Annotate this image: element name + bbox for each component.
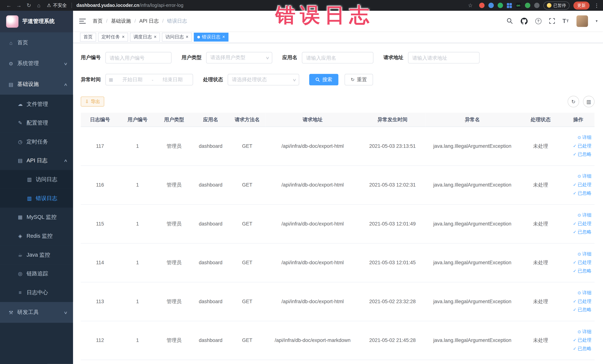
mark-processed-link[interactable]: ✓已处理 <box>573 143 591 149</box>
extension-leaf-icon[interactable] <box>525 3 530 8</box>
mark-processed-link[interactable]: ✓已处理 <box>573 221 591 227</box>
tab-home[interactable]: 首页 <box>80 33 96 41</box>
paused-pill[interactable]: 已暂停 <box>543 1 569 10</box>
browser-menu-icon[interactable]: ⋮ <box>594 2 599 8</box>
filter-label: 应用名 <box>282 54 297 61</box>
user-id-input[interactable] <box>105 52 172 63</box>
extension-paw-icon[interactable] <box>534 3 540 8</box>
github-icon[interactable] <box>521 17 527 24</box>
mark-ignored-link[interactable]: ✓已忽略 <box>573 268 591 274</box>
cell-operations: ⊙详细 ✓已处理 ✓已忽略 <box>562 282 595 321</box>
sidebar-item-api-log[interactable]: ▤ API 日志 ∧ <box>0 151 73 170</box>
sidebar-item-log-center[interactable]: ≡ 日志中心 <box>0 283 73 302</box>
address-bar[interactable]: ⚠ 不安全 dashboard.yudao.iocoder.cn/infra/l… <box>47 2 465 9</box>
tab-error-log[interactable]: 错误日志 × <box>194 33 229 41</box>
detail-link[interactable]: ⊙详细 <box>578 134 591 141</box>
end-date-placeholder: 结束日期 <box>156 76 190 83</box>
app-logo[interactable]: 芋道管理系统 <box>0 11 73 32</box>
reload-icon[interactable]: ↻ <box>24 2 34 8</box>
process-status-select[interactable]: 请选择处理状态 ∨ <box>228 74 299 85</box>
sidebar-item-home[interactable]: ⌂ 首页 <box>0 32 73 53</box>
app-name-input[interactable] <box>302 52 373 63</box>
sidebar-item-infra[interactable]: ▤ 基础设施 ∧ <box>0 74 73 94</box>
security-indicator[interactable]: ⚠ 不安全 <box>47 2 67 9</box>
cell-user-id: 1 <box>119 165 156 204</box>
user-type-select[interactable]: 请选择用户类型 ∨ <box>206 52 272 63</box>
mark-ignored-link[interactable]: ✓已忽略 <box>573 345 591 352</box>
sidebar-item-redis-monitor[interactable]: ◈ Redis 监控 <box>0 227 73 246</box>
close-icon[interactable]: × <box>122 35 125 39</box>
breadcrumb-home[interactable]: 首页 <box>93 17 103 24</box>
mark-processed-link[interactable]: ✓已处理 <box>573 182 591 188</box>
date-range-picker[interactable]: ▦ 开始日期 - 结束日期 <box>105 74 193 85</box>
breadcrumb-infra[interactable]: 基础设施 <box>111 17 131 24</box>
help-icon[interactable]: ? <box>535 18 541 24</box>
extension-grid-icon[interactable] <box>507 3 512 8</box>
cell-app-name: dashboard <box>192 321 229 360</box>
close-icon[interactable]: × <box>222 35 225 39</box>
refresh-button[interactable]: ↻ <box>568 96 579 107</box>
back-icon[interactable]: ← <box>4 2 14 8</box>
detail-link[interactable]: ⊙详细 <box>578 251 591 257</box>
sidebar-item-link-tracing[interactable]: ◎ 链路追踪 <box>0 264 73 283</box>
sidebar-item-system[interactable]: ⚙ 系统管理 ∨ <box>0 53 73 74</box>
tab-scheduled-jobs[interactable]: 定时任务 × <box>98 33 128 41</box>
reset-button[interactable]: ↻ 重置 <box>345 74 373 85</box>
search-button[interactable]: 搜索 <box>309 74 338 85</box>
check-icon: ✓ <box>573 269 577 273</box>
breadcrumb-api-log[interactable]: API 日志 <box>139 17 159 24</box>
mark-ignored-link[interactable]: ✓已忽略 <box>573 190 591 197</box>
sidebar-item-label: MySQL 监控 <box>26 214 57 221</box>
page-url[interactable]: dashboard.yudao.iocoder.cn/infra/log/api… <box>76 3 183 8</box>
sidebar-item-label: 访问日志 <box>36 176 57 183</box>
column-settings-button[interactable]: ▥ <box>583 96 594 107</box>
cell-url: /api/infra/db-doc/export-html <box>266 127 360 165</box>
sidebar-item-label: API 日志 <box>26 157 47 164</box>
sidebar-item-java-monitor[interactable]: ☕ Java 监控 <box>0 246 73 264</box>
detail-link[interactable]: ⊙详细 <box>578 212 591 218</box>
detail-link[interactable]: ⊙详细 <box>578 290 591 296</box>
search-icon[interactable] <box>506 18 513 24</box>
bookmark-star-icon[interactable]: ☆ <box>465 2 475 8</box>
export-button[interactable]: ⇩ 导出 <box>81 97 104 107</box>
detail-link[interactable]: ⊙详细 <box>578 173 591 180</box>
tab-access-log[interactable]: 访问日志 × <box>162 33 192 41</box>
hamburger-icon[interactable] <box>79 18 86 24</box>
mark-ignored-link[interactable]: ✓已忽略 <box>573 229 591 235</box>
font-size-icon[interactable]: TT <box>563 18 569 24</box>
cell-status: 未处理 <box>519 282 562 321</box>
cell-status: 未处理 <box>519 321 562 360</box>
update-browser-button[interactable]: 更新 <box>573 1 590 10</box>
extension-icon[interactable] <box>488 3 494 8</box>
close-icon[interactable]: × <box>186 35 188 39</box>
mark-ignored-link[interactable]: ✓已忽略 <box>573 306 591 313</box>
forward-icon[interactable]: → <box>14 2 24 8</box>
filter-process-status: 处理状态 请选择处理状态 ∨ <box>203 74 299 85</box>
mark-ignored-link[interactable]: ✓已忽略 <box>573 151 591 158</box>
user-avatar[interactable] <box>577 15 588 27</box>
sidebar-item-scheduled-jobs[interactable]: ◷ 定时任务 <box>0 132 73 151</box>
sidebar-item-file-management[interactable]: ☁ 文件管理 <box>0 94 73 114</box>
extension-on-icon[interactable]: on <box>516 3 521 8</box>
column-header-user-id: 用户编号 <box>119 113 156 127</box>
cell-method: GET <box>229 204 266 243</box>
mark-processed-link[interactable]: ✓已处理 <box>573 337 591 343</box>
extension-icon[interactable] <box>479 3 485 8</box>
mark-processed-link[interactable]: ✓已处理 <box>573 259 591 266</box>
fullscreen-icon[interactable] <box>549 18 555 24</box>
sidebar-item-dev-tools[interactable]: ⚒ 研发工具 ∨ <box>0 302 73 323</box>
home-nav-icon[interactable]: ⌂ <box>34 2 44 8</box>
tab-schedule-log[interactable]: 调度日志 × <box>130 33 160 41</box>
mark-processed-link[interactable]: ✓已处理 <box>573 298 591 305</box>
sidebar-item-mysql-monitor[interactable]: ▦ MySQL 监控 <box>0 208 73 227</box>
extension-icon[interactable] <box>498 3 503 8</box>
sidebar-item-access-log[interactable]: ▥ 访问日志 <box>0 170 73 189</box>
caret-down-icon[interactable]: ▾ <box>596 19 598 23</box>
cell-method: GET <box>229 243 266 282</box>
filter-label: 用户类型 <box>182 54 201 61</box>
sidebar-item-config-management[interactable]: ✎ 配置管理 <box>0 114 73 132</box>
sidebar-item-error-log[interactable]: ▥ 错误日志 <box>0 189 73 208</box>
detail-link[interactable]: ⊙详细 <box>578 329 591 335</box>
request-url-input[interactable] <box>408 52 480 63</box>
close-icon[interactable]: × <box>154 35 157 39</box>
